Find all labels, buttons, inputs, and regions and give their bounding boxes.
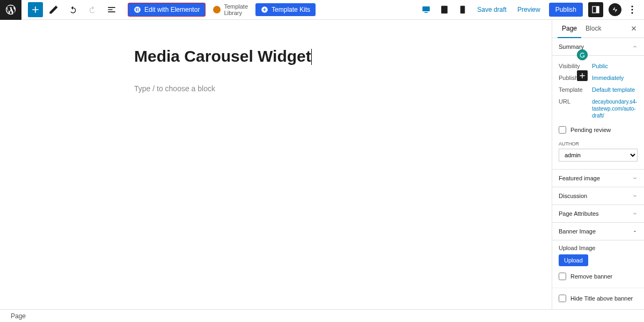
upload-image-label: Upload Image xyxy=(559,245,638,251)
pending-review-checkbox[interactable] xyxy=(559,126,566,134)
svg-rect-2 xyxy=(137,8,139,9)
edit-with-elementor-button[interactable]: Edit with Elementor xyxy=(128,3,206,17)
panel-summary-toggle[interactable]: Summary xyxy=(552,38,644,56)
post-title-input[interactable]: Media Carousel Widget xyxy=(134,47,445,66)
svg-rect-7 xyxy=(461,6,465,13)
panel-featured-label: Featured image xyxy=(559,175,600,181)
chevron-up-icon xyxy=(632,44,638,49)
svg-rect-9 xyxy=(596,6,599,13)
panel-page-attributes-toggle[interactable]: Page Attributes xyxy=(552,204,644,222)
close-sidebar-button[interactable] xyxy=(630,25,639,33)
template-library-label: Template Library xyxy=(224,3,248,16)
svg-rect-4 xyxy=(137,11,139,11)
panel-summary-body: Visibility Public Publish Immediately Te… xyxy=(552,56,644,169)
toggle-block-inserter-button[interactable] xyxy=(28,2,43,17)
publish-button[interactable]: Publish xyxy=(549,3,583,17)
wordpress-logo[interactable] xyxy=(0,0,21,20)
panel-banner-label: Banner Image xyxy=(559,228,596,235)
upload-button[interactable]: Upload xyxy=(559,254,588,266)
panel-attributes-label: Page Attributes xyxy=(559,210,599,217)
device-mobile-button[interactable] xyxy=(455,2,471,18)
redo-button[interactable] xyxy=(84,1,101,18)
template-value[interactable]: Default template xyxy=(592,86,638,93)
publish-date-value[interactable]: Immediately xyxy=(592,75,638,81)
remove-banner-label: Remove banner xyxy=(570,273,612,280)
author-select[interactable]: admin xyxy=(559,149,638,162)
device-tablet-button[interactable] xyxy=(436,2,452,18)
template-label: Template xyxy=(559,86,592,93)
author-heading: AUTHOR xyxy=(559,138,638,149)
url-label: URL xyxy=(559,98,592,119)
settings-sidebar-toggle-button[interactable] xyxy=(588,2,603,17)
editor-footer: Page xyxy=(0,309,644,322)
grammarly-icon[interactable] xyxy=(577,49,588,60)
caret-up-icon xyxy=(632,229,638,234)
svg-rect-3 xyxy=(137,9,139,10)
tab-page[interactable]: Page xyxy=(558,20,581,38)
editor-canvas[interactable]: Media Carousel Widget Type / to choose a… xyxy=(0,20,552,309)
visibility-value[interactable]: Public xyxy=(592,63,638,69)
template-library-icon xyxy=(213,6,221,13)
panel-summary-label: Summary xyxy=(559,43,584,50)
template-kits-label: Template Kits xyxy=(272,6,310,13)
url-value[interactable]: decayboundary.s4-tastewp.com/auto-draft/ xyxy=(592,98,638,119)
breadcrumb-page[interactable]: Page xyxy=(11,312,26,320)
settings-sidebar: Page Block Summary Visibility Public Pub… xyxy=(552,20,644,309)
template-library-button[interactable]: Template Library xyxy=(213,3,248,16)
panel-banner-image-toggle[interactable]: Banner Image xyxy=(552,222,644,240)
preview-button[interactable]: Preview xyxy=(513,6,545,13)
panel-banner-body: Upload Image Upload Remove banner Hide T… xyxy=(552,240,644,309)
svg-point-11 xyxy=(632,9,633,11)
tab-block[interactable]: Block xyxy=(581,20,605,38)
save-draft-button[interactable]: Save draft xyxy=(473,6,511,13)
chevron-down-icon xyxy=(632,211,638,216)
svg-rect-6 xyxy=(442,6,448,13)
hide-title-above-label: Hide Title above banner xyxy=(570,295,633,302)
tools-button[interactable] xyxy=(45,1,62,18)
panel-discussion-toggle[interactable]: Discussion xyxy=(552,187,644,204)
device-desktop-button[interactable] xyxy=(418,2,434,18)
options-button[interactable] xyxy=(626,2,639,18)
hide-title-above-checkbox[interactable] xyxy=(559,295,566,302)
edit-with-elementor-label: Edit with Elementor xyxy=(144,6,200,13)
remove-banner-checkbox[interactable] xyxy=(559,273,566,280)
template-kits-button[interactable]: Template Kits xyxy=(255,3,316,16)
chevron-down-icon xyxy=(632,193,638,199)
panel-featured-image-toggle[interactable]: Featured image xyxy=(552,169,644,187)
svg-point-12 xyxy=(632,12,633,14)
undo-button[interactable] xyxy=(64,1,82,18)
top-toolbar: Edit with Elementor Template Library Tem… xyxy=(0,0,644,20)
pending-review-label: Pending review xyxy=(570,127,611,133)
panel-discussion-label: Discussion xyxy=(559,193,587,199)
chevron-down-icon xyxy=(632,175,638,181)
visibility-label: Visibility xyxy=(559,63,592,69)
post-title-text: Media Carousel Widget xyxy=(134,47,311,65)
jetpack-icon[interactable] xyxy=(609,3,621,16)
svg-rect-1 xyxy=(136,8,137,11)
default-block-appender[interactable]: Type / to choose a block xyxy=(134,84,445,93)
document-overview-button[interactable] xyxy=(103,1,120,18)
add-block-button[interactable] xyxy=(577,70,588,81)
svg-point-10 xyxy=(632,6,633,8)
